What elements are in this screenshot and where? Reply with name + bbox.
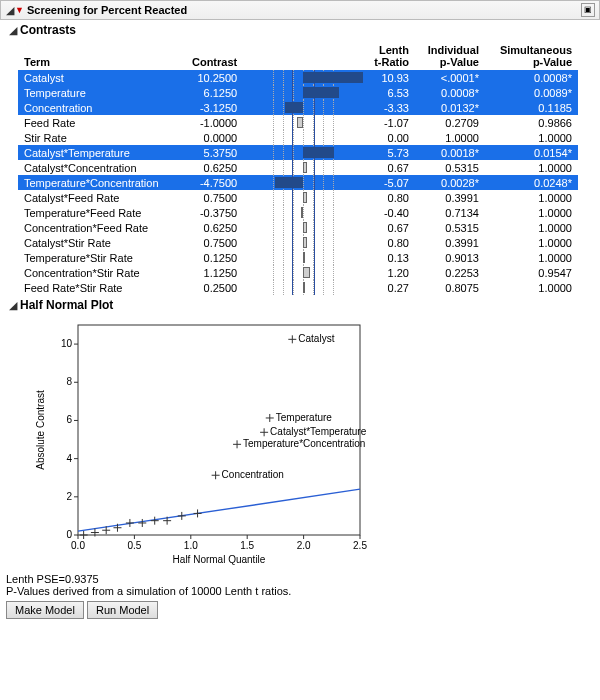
cell-tratio: -5.07 bbox=[363, 175, 415, 190]
svg-text:0.5: 0.5 bbox=[127, 540, 141, 551]
cell-term: Temperature*Concentration bbox=[18, 175, 180, 190]
cell-indiv-p: 0.5315 bbox=[415, 160, 485, 175]
make-model-button[interactable]: Make Model bbox=[6, 601, 84, 619]
table-row[interactable]: Catalyst*Temperature5.37505.730.0018*0.0… bbox=[18, 145, 578, 160]
cell-term: Catalyst bbox=[18, 70, 180, 85]
half-normal-plot: 0.00.51.01.52.02.50246810ConcentrationTe… bbox=[30, 317, 600, 569]
cell-tratio: 0.80 bbox=[363, 235, 415, 250]
table-row[interactable]: Catalyst*Stir Rate0.75000.800.39911.0000 bbox=[18, 235, 578, 250]
col-contrast: Contrast bbox=[180, 42, 243, 70]
cell-term: Temperature*Stir Rate bbox=[18, 250, 180, 265]
table-row[interactable]: Catalyst*Feed Rate0.75000.800.39911.0000 bbox=[18, 190, 578, 205]
svg-line-25 bbox=[78, 489, 360, 531]
cell-term: Temperature*Feed Rate bbox=[18, 205, 180, 220]
svg-text:Absolute Contrast: Absolute Contrast bbox=[35, 390, 46, 470]
table-row[interactable]: Concentration*Feed Rate0.62500.670.53151… bbox=[18, 220, 578, 235]
table-row[interactable]: Catalyst*Concentration0.62500.670.53151.… bbox=[18, 160, 578, 175]
svg-text:4: 4 bbox=[66, 453, 72, 464]
cell-tratio: 0.00 bbox=[363, 130, 415, 145]
svg-text:Concentration: Concentration bbox=[222, 469, 284, 480]
cell-contrast: -4.7500 bbox=[180, 175, 243, 190]
cell-bar bbox=[243, 220, 363, 235]
table-row[interactable]: Temperature*Stir Rate0.12500.130.90131.0… bbox=[18, 250, 578, 265]
cell-tratio: 10.93 bbox=[363, 70, 415, 85]
table-row[interactable]: Temperature6.12506.530.0008*0.0089* bbox=[18, 85, 578, 100]
svg-text:1.5: 1.5 bbox=[240, 540, 254, 551]
svg-text:0: 0 bbox=[66, 529, 72, 540]
cell-bar bbox=[243, 85, 363, 100]
halfnormal-disclosure-icon[interactable]: ◢ bbox=[8, 299, 18, 312]
cell-tratio: 0.80 bbox=[363, 190, 415, 205]
cell-tratio: 0.27 bbox=[363, 280, 415, 295]
svg-text:1.0: 1.0 bbox=[184, 540, 198, 551]
cell-indiv-p: 0.0008* bbox=[415, 85, 485, 100]
panel-header: ◢ ▼ Screening for Percent Reacted ▣ bbox=[0, 0, 600, 20]
halfnormal-header: ◢ Half Normal Plot bbox=[0, 295, 600, 313]
cell-contrast: -0.3750 bbox=[180, 205, 243, 220]
svg-text:Temperature: Temperature bbox=[276, 412, 333, 423]
popout-icon[interactable]: ▣ bbox=[581, 3, 595, 17]
cell-term: Feed Rate bbox=[18, 115, 180, 130]
cell-contrast: 10.2500 bbox=[180, 70, 243, 85]
cell-tratio: 0.67 bbox=[363, 220, 415, 235]
table-row[interactable]: Temperature*Feed Rate-0.3750-0.400.71341… bbox=[18, 205, 578, 220]
cell-simul-p: 0.0154* bbox=[485, 145, 578, 160]
cell-bar bbox=[243, 145, 363, 160]
run-model-button[interactable]: Run Model bbox=[87, 601, 158, 619]
cell-tratio: 0.67 bbox=[363, 160, 415, 175]
cell-indiv-p: 0.3991 bbox=[415, 190, 485, 205]
cell-contrast: 0.2500 bbox=[180, 280, 243, 295]
cell-simul-p: 1.0000 bbox=[485, 205, 578, 220]
svg-text:Half Normal Quantile: Half Normal Quantile bbox=[173, 554, 266, 565]
panel-menu-icon[interactable]: ▼ bbox=[15, 5, 25, 15]
cell-simul-p: 0.0089* bbox=[485, 85, 578, 100]
cell-term: Catalyst*Temperature bbox=[18, 145, 180, 160]
cell-bar bbox=[243, 70, 363, 85]
cell-indiv-p: <.0001* bbox=[415, 70, 485, 85]
cell-tratio: 1.20 bbox=[363, 265, 415, 280]
cell-bar bbox=[243, 280, 363, 295]
table-row[interactable]: Feed Rate*Stir Rate0.25000.270.80751.000… bbox=[18, 280, 578, 295]
cell-bar bbox=[243, 160, 363, 175]
table-row[interactable]: Stir Rate0.00000.001.00001.0000 bbox=[18, 130, 578, 145]
table-header-row: Term Contrast Lenth t-Ratio Individual p… bbox=[18, 42, 578, 70]
col-indiv: Individual p-Value bbox=[415, 42, 485, 70]
table-row[interactable]: Feed Rate-1.0000-1.070.27090.9866 bbox=[18, 115, 578, 130]
contrasts-disclosure-icon[interactable]: ◢ bbox=[8, 24, 18, 37]
cell-indiv-p: 0.2253 bbox=[415, 265, 485, 280]
footer-line-1: Lenth PSE=0.9375 bbox=[6, 573, 594, 585]
panel-disclosure-icon[interactable]: ◢ bbox=[5, 4, 15, 17]
col-simul: Simultaneous p-Value bbox=[485, 42, 578, 70]
table-row[interactable]: Concentration*Stir Rate1.12501.200.22530… bbox=[18, 265, 578, 280]
cell-term: Feed Rate*Stir Rate bbox=[18, 280, 180, 295]
cell-simul-p: 1.0000 bbox=[485, 250, 578, 265]
cell-indiv-p: 0.2709 bbox=[415, 115, 485, 130]
table-row[interactable]: Temperature*Concentration-4.7500-5.070.0… bbox=[18, 175, 578, 190]
cell-term: Concentration*Feed Rate bbox=[18, 220, 180, 235]
cell-term: Concentration bbox=[18, 100, 180, 115]
col-lenth: Lenth t-Ratio bbox=[363, 42, 415, 70]
svg-text:10: 10 bbox=[61, 338, 73, 349]
cell-tratio: 5.73 bbox=[363, 145, 415, 160]
cell-contrast: 0.7500 bbox=[180, 190, 243, 205]
cell-contrast: 0.6250 bbox=[180, 220, 243, 235]
table-row[interactable]: Catalyst10.250010.93<.0001*0.0008* bbox=[18, 70, 578, 85]
cell-term: Catalyst*Stir Rate bbox=[18, 235, 180, 250]
cell-tratio: -0.40 bbox=[363, 205, 415, 220]
svg-text:6: 6 bbox=[66, 414, 72, 425]
cell-tratio: -3.33 bbox=[363, 100, 415, 115]
cell-indiv-p: 0.0018* bbox=[415, 145, 485, 160]
svg-text:0.0: 0.0 bbox=[71, 540, 85, 551]
cell-contrast: 5.3750 bbox=[180, 145, 243, 160]
table-row[interactable]: Concentration-3.1250-3.330.0132*0.1185 bbox=[18, 100, 578, 115]
cell-bar bbox=[243, 250, 363, 265]
cell-tratio: 6.53 bbox=[363, 85, 415, 100]
cell-simul-p: 1.0000 bbox=[485, 220, 578, 235]
svg-text:Catalyst*Temperature: Catalyst*Temperature bbox=[270, 426, 367, 437]
cell-term: Temperature bbox=[18, 85, 180, 100]
col-term: Term bbox=[18, 42, 180, 70]
svg-text:Catalyst: Catalyst bbox=[298, 333, 334, 344]
cell-term: Stir Rate bbox=[18, 130, 180, 145]
footer-line-2: P-Values derived from a simulation of 10… bbox=[6, 585, 594, 597]
svg-text:Temperature*Concentration: Temperature*Concentration bbox=[243, 438, 365, 449]
